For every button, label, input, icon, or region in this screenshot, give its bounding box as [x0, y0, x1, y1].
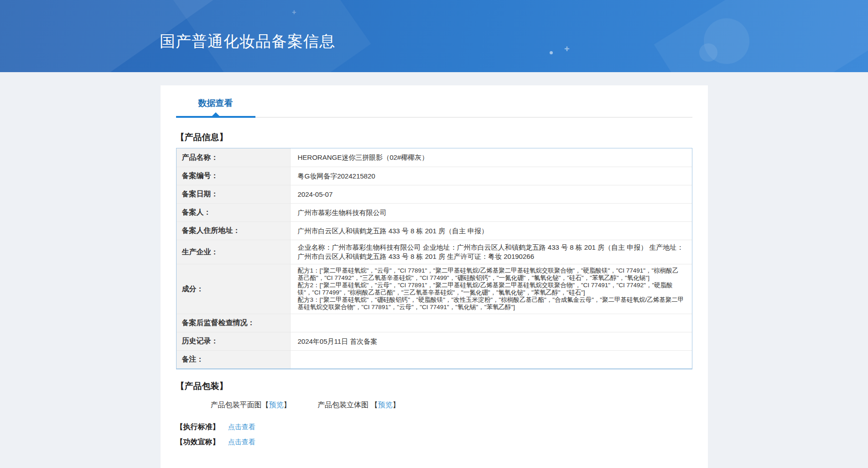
tab-data-view-label: 数据查看: [198, 98, 233, 108]
row-value: 配方1：["聚二甲基硅氧烷"，"云母"，"CI 77891"，"聚二甲基硅氧烷/…: [291, 264, 692, 314]
row-value: HERORANGE迷你三拼眼影（02#椰椰灰）: [291, 148, 692, 167]
banner-decoration: +: [292, 8, 296, 16]
package-links-line: 产品包装平面图【预览】 产品包装立体图 【预览】: [211, 400, 692, 410]
table-row: 成分： 配方1：["聚二甲基硅氧烷"，"云母"，"CI 77891"，"聚二甲基…: [177, 264, 692, 314]
efficacy-claim-view-link[interactable]: 点击查看: [228, 438, 255, 446]
row-value: 广州市白云区人和镇鹤龙五路 433 号 8 栋 201 房（自主 申报）: [291, 222, 692, 240]
row-value: [291, 351, 692, 368]
page-banner: + + 国产普通化妆品备案信息: [0, 0, 868, 72]
package-stereo-label: 产品包装立体图 【: [317, 401, 378, 409]
efficacy-claim-label: 【功效宣称】: [176, 438, 220, 446]
row-value: 2024年05月11日 首次备案: [291, 332, 692, 350]
exec-standard-label: 【执行标准】: [176, 423, 220, 431]
tab-data-view[interactable]: 数据查看: [176, 97, 255, 118]
table-row: 备案编号： 粤G妆网备字2024215820: [177, 167, 692, 185]
row-value: [291, 314, 692, 332]
section-title-product-package: 【产品包装】: [176, 380, 692, 392]
row-value: 企业名称：广州市慕彩生物科技有限公司 企业地址：广州市白云区人和镇鹤龙五路 43…: [291, 240, 692, 264]
row-label: 备案编号：: [177, 167, 291, 185]
banner-decoration: [550, 51, 553, 54]
composition-formula-3: 配方3：["聚二甲基硅氧烷"，"硼硅酸铝钙"，"硬脂酸镁"，"改性玉米淀粉"，"…: [298, 296, 685, 311]
row-label: 备案人：: [177, 204, 291, 221]
bracket-close: 】: [284, 401, 291, 409]
product-info-table: 产品名称： HERORANGE迷你三拼眼影（02#椰椰灰） 备案编号： 粤G妆网…: [176, 148, 692, 369]
package-flat-group: 产品包装平面图【预览】: [211, 401, 291, 409]
table-row: 产品名称： HERORANGE迷你三拼眼影（02#椰椰灰）: [177, 148, 692, 167]
banner-decoration: [654, 0, 868, 72]
row-label: 成分：: [177, 264, 291, 314]
exec-standard-view-link[interactable]: 点击查看: [228, 423, 255, 431]
row-label: 历史记录：: [177, 332, 291, 350]
row-label: 备案人住所地址：: [177, 222, 291, 240]
package-stereo-preview-link[interactable]: 预览: [378, 401, 392, 409]
package-flat-preview-link[interactable]: 预览: [269, 401, 284, 409]
table-row: 备案后监督检查情况：: [177, 314, 692, 332]
tab-active-arrow-icon: [212, 112, 219, 116]
table-row: 历史记录： 2024年05月11日 首次备案: [177, 332, 692, 350]
table-row: 备案人住所地址： 广州市白云区人和镇鹤龙五路 433 号 8 栋 201 房（自…: [177, 221, 692, 240]
composition-formula-1: 配方1：["聚二甲基硅氧烷"，"云母"，"CI 77891"，"聚二甲基硅氧烷/…: [298, 267, 685, 282]
page-title: 国产普通化妆品备案信息: [160, 31, 335, 52]
package-flat-label: 产品包装平面图【: [211, 401, 269, 409]
table-row: 生产企业： 企业名称：广州市慕彩生物科技有限公司 企业地址：广州市白云区人和镇鹤…: [177, 240, 692, 264]
row-label: 备案日期：: [177, 185, 291, 203]
row-value: 粤G妆网备字2024215820: [291, 167, 692, 185]
table-row: 备案日期： 2024-05-07: [177, 185, 692, 203]
table-row: 备注：: [177, 350, 692, 368]
row-label: 备注：: [177, 351, 291, 368]
tab-bar: 数据查看: [176, 97, 692, 118]
row-value: 2024-05-07: [291, 185, 692, 203]
banner-decoration: +: [564, 44, 570, 54]
row-label: 备案后监督检查情况：: [177, 314, 291, 332]
package-stereo-group: 产品包装立体图 【预览】: [317, 401, 400, 409]
row-value: 广州市慕彩生物科技有限公司: [291, 204, 692, 221]
row-label: 产品名称：: [177, 148, 291, 167]
section-title-product-info: 【产品信息】: [176, 131, 692, 143]
composition-formula-2: 配方2：["聚二甲基硅氧烷"，"云母"，"CI 77891"，"聚二甲基硅氧烷/…: [298, 282, 685, 296]
row-label: 生产企业：: [177, 240, 291, 264]
efficacy-claim-line: 【功效宣称】 点击查看: [176, 437, 692, 447]
exec-standard-line: 【执行标准】 点击查看: [176, 422, 692, 432]
banner-decoration: [699, 43, 717, 62]
bracket-close: 】: [392, 401, 400, 409]
content-card: 数据查看 【产品信息】 产品名称： HERORANGE迷你三拼眼影（02#椰椰灰…: [161, 85, 708, 468]
table-row: 备案人： 广州市慕彩生物科技有限公司: [177, 203, 692, 221]
